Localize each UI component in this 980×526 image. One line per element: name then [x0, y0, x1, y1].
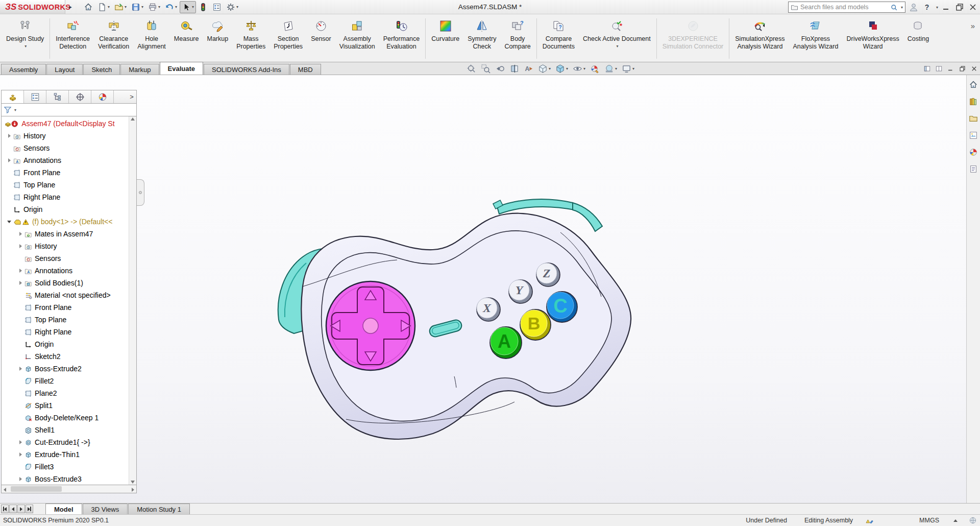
tree-item[interactable]: Split1 — [2, 399, 128, 412]
tree-item[interactable]: Right Plane — [2, 191, 128, 203]
tab-solidworks-add-ins[interactable]: SOLIDWORKS Add-Ins — [204, 64, 289, 75]
edit-appearance-button[interactable] — [589, 63, 601, 75]
tree-item[interactable]: Fillet3 — [2, 461, 128, 473]
tree-horizontal-scrollbar[interactable] — [1, 485, 137, 493]
tree-item[interactable]: Origin — [2, 203, 128, 216]
tab-markup[interactable]: Markup — [120, 64, 159, 75]
tree-item[interactable]: Plane2 — [2, 387, 128, 399]
undo-dropdown-icon[interactable]: ▾ — [175, 5, 177, 9]
home-button[interactable] — [82, 1, 95, 13]
tree-expand-arrow[interactable] — [17, 436, 24, 448]
controller-model[interactable]: X Y Z C B A — [275, 193, 632, 446]
dpad[interactable] — [326, 281, 415, 370]
tree-item[interactable]: Boss-Extrude2 — [2, 363, 128, 375]
display-style-dropdown-icon[interactable]: ▾ — [566, 66, 568, 71]
design-study-dropdown-icon[interactable]: ▾ — [24, 44, 27, 49]
search-icon[interactable] — [890, 4, 898, 11]
tree-item[interactable]: Cut-Extrude1{ ->} — [2, 436, 128, 448]
next-tab-button[interactable] — [17, 505, 25, 513]
tree-item[interactable]: Shell1 — [2, 424, 128, 436]
tree-item[interactable]: Material <not specified> — [2, 289, 128, 301]
previous-view-button[interactable] — [494, 63, 506, 75]
tree-item[interactable]: AAnnotations — [2, 265, 128, 277]
settings-button[interactable]: ▾ — [224, 1, 240, 13]
button-x[interactable]: X — [477, 298, 500, 321]
section-view-button[interactable] — [508, 63, 520, 75]
doc-restore-button[interactable] — [959, 65, 966, 73]
settings-dropdown-icon[interactable]: ▾ — [236, 5, 238, 9]
filter-dropdown-icon[interactable]: ▾ — [14, 108, 16, 112]
hide-show-items-dropdown-icon[interactable]: ▾ — [583, 66, 585, 71]
design-study-button[interactable]: Design Study▾ — [2, 15, 48, 50]
new-document-dropdown-icon[interactable]: ▾ — [108, 5, 110, 9]
doc-minimize-button[interactable] — [947, 65, 954, 73]
open-document-button[interactable]: ▾ — [112, 1, 129, 13]
tree-item[interactable]: AAnnotations — [2, 154, 128, 166]
ribbon-overflow-chevron[interactable]: » — [971, 21, 975, 30]
hide-show-annotations-button[interactable]: A — [523, 63, 534, 75]
view-orientation-dropdown-icon[interactable]: ▾ — [549, 66, 551, 71]
previous-tab-button[interactable] — [9, 505, 17, 513]
propertymanager-tab[interactable] — [24, 90, 46, 103]
custom-properties-tab[interactable] — [968, 163, 979, 174]
tab-assembly[interactable]: Assembly — [1, 64, 46, 75]
section-properties-button[interactable]: Section Properties — [270, 15, 307, 52]
button-a[interactable]: A — [490, 327, 522, 358]
button-z[interactable]: Z — [536, 263, 560, 286]
check-active-document-dropdown-icon[interactable]: ▾ — [616, 44, 618, 49]
symmetry-check-button[interactable]: Symmetry Check — [463, 15, 500, 52]
file-explorer-tab[interactable] — [968, 113, 979, 124]
doc-tab-motion-study-1[interactable]: Motion Study 1 — [128, 504, 190, 514]
tree-expand-arrow[interactable] — [17, 448, 24, 461]
floxpress-analysis-wizard-button[interactable]: FloXpress Analysis Wizard — [789, 15, 843, 52]
tree-item[interactable]: Mates in Assem47 — [2, 228, 128, 240]
close-button[interactable] — [968, 2, 978, 12]
featuremanager-design-tree-tab[interactable] — [2, 90, 24, 103]
units-label[interactable]: MMGS — [919, 517, 939, 524]
driveworksxpress-wizard-button[interactable]: DriveWorksXpress Wizard — [842, 15, 903, 52]
restore-button[interactable] — [954, 2, 965, 12]
save-dropdown-icon[interactable]: ▾ — [141, 5, 143, 9]
mass-properties-button[interactable]: Mass Properties — [232, 15, 270, 52]
search-dropdown-icon[interactable]: ▾ — [901, 5, 903, 10]
zoom-to-area-button[interactable] — [480, 63, 492, 75]
doc-tab-model[interactable]: Model — [45, 504, 82, 514]
featuremanager-filter[interactable]: ▾ — [1, 104, 137, 116]
tree-item[interactable]: Sensors — [2, 252, 128, 265]
menu-expand-arrow[interactable]: ▸ — [66, 2, 75, 13]
assembly-visualization-button[interactable]: Assembly Visualization — [335, 15, 379, 52]
scroll-down-arrow[interactable] — [131, 481, 135, 484]
zoom-to-fit-button[interactable] — [465, 63, 477, 75]
markup-button[interactable]: Markup — [203, 15, 232, 44]
check-active-document-button[interactable]: *Check Active Document▾ — [579, 15, 655, 50]
tree-item[interactable]: Sensors — [2, 142, 128, 154]
configurationmanager-tab[interactable] — [46, 90, 69, 103]
tree-expand-arrow[interactable] — [6, 130, 13, 142]
apply-scene-button[interactable]: ▾ — [603, 63, 618, 75]
tree-vertical-scrollbar[interactable] — [129, 116, 136, 485]
search-box[interactable]: ▾ — [788, 2, 905, 13]
tab-mbd[interactable]: MBD — [290, 64, 321, 75]
solidworks-resources-tab[interactable] — [968, 79, 979, 90]
button-y[interactable]: Y — [509, 280, 532, 303]
tree-item[interactable]: Front Plane — [2, 166, 128, 179]
measure-button[interactable]: Measure — [170, 15, 203, 44]
view-palette-tab[interactable] — [968, 130, 979, 140]
open-document-dropdown-icon[interactable]: ▾ — [125, 5, 127, 9]
clearance-verification-button[interactable]: Clearance Verification — [94, 15, 133, 52]
view-settings-dropdown-icon[interactable]: ▾ — [632, 66, 634, 71]
tree-item[interactable]: Sketch2 — [2, 350, 128, 363]
doc-tab-3d-views[interactable]: 3D Views — [83, 504, 128, 514]
tree-expand-arrow[interactable] — [17, 277, 24, 289]
compare-documents-button[interactable]: ?Compare Documents — [538, 15, 579, 52]
button-c[interactable]: C — [547, 292, 577, 322]
rebuild-button[interactable] — [197, 1, 210, 13]
dimxpertmanager-tab[interactable] — [69, 90, 91, 103]
print-button[interactable]: ▾ — [146, 1, 162, 13]
tree-item[interactable]: Body-Delete/Keep 1 — [2, 412, 128, 424]
tree-item[interactable]: Assem47 (Default<Display St — [2, 117, 128, 130]
pane-left-button[interactable] — [923, 65, 931, 73]
tree-expand-arrow[interactable] — [17, 240, 24, 252]
user-account-icon[interactable] — [909, 2, 919, 12]
units-dropdown-icon[interactable] — [953, 519, 958, 522]
